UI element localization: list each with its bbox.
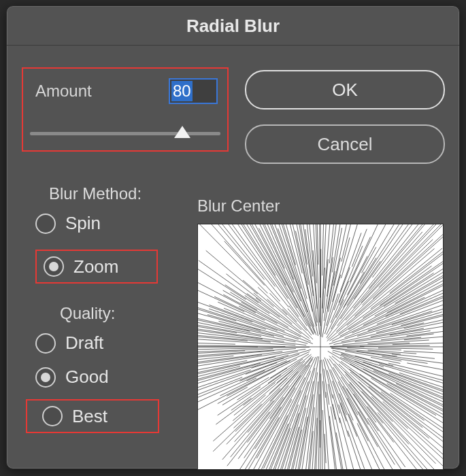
amount-slider-thumb[interactable] [174, 126, 190, 138]
radio-draft[interactable]: Draft [35, 333, 103, 354]
svg-line-23 [329, 258, 341, 312]
svg-line-32 [331, 407, 350, 469]
svg-line-144 [378, 348, 433, 350]
svg-line-296 [354, 361, 443, 414]
blur-method-label: Blur Method: [49, 184, 142, 203]
svg-line-291 [354, 394, 405, 467]
svg-line-189 [324, 358, 346, 415]
svg-line-101 [223, 294, 277, 324]
svg-line-111 [216, 398, 251, 424]
svg-line-352 [251, 358, 284, 369]
svg-line-182 [198, 332, 306, 345]
radio-good[interactable]: Good [35, 367, 109, 388]
svg-line-230 [372, 224, 427, 277]
svg-line-286 [324, 434, 326, 463]
svg-line-140 [198, 349, 305, 369]
cancel-button[interactable]: Cancel [245, 124, 445, 164]
svg-line-233 [360, 345, 430, 346]
svg-line-59 [198, 316, 274, 336]
svg-line-157 [371, 321, 443, 337]
svg-line-229 [198, 360, 247, 379]
svg-line-76 [407, 363, 443, 379]
svg-line-124 [222, 401, 273, 460]
svg-line-146 [329, 224, 338, 263]
radio-draft-indicator [35, 333, 56, 354]
svg-line-58 [341, 377, 378, 431]
svg-line-82 [246, 415, 288, 469]
blur-center-preview [198, 224, 443, 469]
svg-line-136 [368, 303, 443, 330]
svg-line-237 [198, 318, 237, 333]
radial-blur-dialog: Radial Blur Amount 80 OK Cancel Blur Met… [6, 5, 460, 469]
radio-zoom-indicator [44, 256, 64, 277]
svg-line-34 [404, 335, 443, 340]
blur-center-panel[interactable] [197, 224, 444, 470]
svg-line-103 [232, 407, 280, 469]
svg-line-99 [331, 281, 348, 322]
radio-best[interactable]: Best [26, 399, 159, 433]
svg-line-94 [363, 254, 443, 318]
amount-value[interactable]: 80 [171, 81, 193, 101]
svg-line-104 [293, 224, 307, 265]
amount-slider[interactable] [30, 126, 220, 141]
svg-line-320 [329, 416, 337, 469]
dialog-body: Amount 80 OK Cancel Blur Method: Spin [7, 46, 459, 469]
svg-line-148 [198, 322, 296, 341]
svg-line-334 [198, 271, 256, 313]
radio-spin[interactable]: Spin [35, 213, 101, 234]
cancel-button-label: Cancel [318, 134, 373, 155]
svg-line-121 [328, 384, 335, 420]
svg-line-24 [343, 386, 378, 447]
radio-zoom[interactable]: Zoom [35, 250, 158, 284]
svg-line-178 [367, 340, 429, 344]
svg-line-68 [390, 325, 443, 335]
svg-line-72 [198, 345, 285, 347]
svg-line-75 [214, 224, 276, 286]
amount-label: Amount [35, 82, 169, 101]
svg-line-127 [198, 339, 295, 345]
amount-input[interactable]: 80 [169, 78, 218, 104]
svg-line-266 [256, 298, 310, 339]
ok-button-label: OK [332, 80, 358, 101]
dialog-title: Radial Blur [7, 6, 459, 46]
svg-line-259 [332, 297, 425, 341]
svg-line-195 [198, 356, 233, 365]
svg-line-311 [333, 237, 350, 302]
svg-line-242 [239, 371, 265, 381]
amount-slider-track [30, 132, 220, 135]
svg-line-48 [231, 418, 279, 469]
svg-line-330 [342, 354, 384, 367]
svg-line-162 [336, 239, 433, 332]
svg-line-154 [327, 299, 344, 335]
svg-line-349 [259, 428, 290, 469]
svg-line-20 [207, 224, 264, 279]
radio-good-indicator [35, 367, 56, 388]
svg-line-337 [295, 224, 317, 326]
svg-line-40 [288, 417, 307, 469]
svg-line-110 [392, 354, 435, 358]
radio-draft-label: Draft [65, 333, 103, 354]
svg-line-300 [198, 262, 246, 299]
radio-best-indicator [42, 406, 63, 426]
svg-line-277 [340, 233, 361, 292]
radio-good-label: Good [65, 367, 109, 388]
svg-line-147 [329, 359, 376, 423]
svg-line-342 [224, 241, 265, 286]
svg-line-89 [393, 343, 443, 345]
svg-line-353 [344, 272, 365, 307]
svg-line-269 [320, 224, 320, 298]
svg-line-135 [218, 302, 284, 331]
svg-line-309 [345, 351, 401, 361]
svg-line-197 [321, 373, 324, 469]
svg-line-299 [339, 418, 357, 469]
svg-line-192 [245, 388, 295, 469]
svg-line-78 [327, 275, 341, 326]
svg-line-279 [198, 273, 244, 311]
radio-best-label: Best [72, 406, 107, 427]
svg-line-167 [342, 224, 356, 262]
amount-row: Amount 80 [23, 69, 227, 104]
svg-line-216 [198, 341, 235, 344]
amount-panel: Amount 80 [22, 67, 229, 152]
svg-line-204 [340, 279, 443, 336]
ok-button[interactable]: OK [245, 70, 445, 109]
